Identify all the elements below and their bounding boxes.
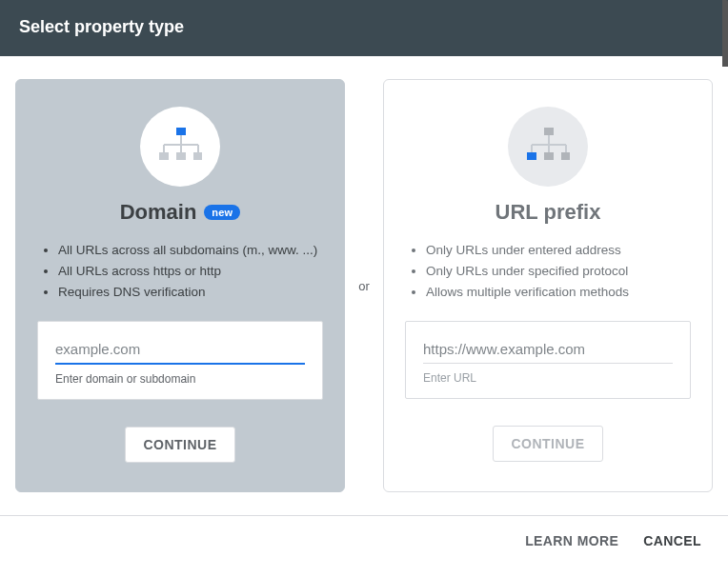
domain-feature-list: All URLs across all subdomains (m., www.… <box>37 240 323 304</box>
svg-rect-7 <box>176 152 186 160</box>
or-divider-text: or <box>358 279 370 293</box>
domain-input-box: Enter domain or subdomain <box>37 321 323 400</box>
url-prefix-input-box: Enter URL <box>405 321 691 399</box>
url-prefix-input-helper: Enter URL <box>423 371 673 385</box>
svg-rect-17 <box>561 152 570 160</box>
or-divider: or <box>345 79 383 492</box>
content-area: Domain new All URLs across all subdomain… <box>0 56 728 515</box>
continue-button-url-prefix[interactable]: CONTINUE <box>493 426 602 462</box>
domain-title-row: Domain new <box>120 200 241 225</box>
property-type-card-domain[interactable]: Domain new All URLs across all subdomain… <box>15 79 345 492</box>
new-badge: new <box>204 205 240 220</box>
sitemap-icon <box>158 126 202 168</box>
list-item: Requires DNS verification <box>58 283 323 303</box>
svg-rect-9 <box>544 128 554 135</box>
learn-more-link[interactable]: LEARN MORE <box>525 533 618 548</box>
domain-input-helper: Enter domain or subdomain <box>55 372 305 386</box>
dialog-title: Select property type <box>19 17 184 36</box>
svg-rect-15 <box>527 152 536 160</box>
svg-rect-8 <box>193 152 202 160</box>
scrollbar-thumb[interactable] <box>722 0 728 67</box>
url-prefix-title-row: URL prefix <box>495 200 601 225</box>
dialog-header: Select property type <box>0 0 728 56</box>
list-item: All URLs across https or http <box>58 262 323 282</box>
property-type-card-url-prefix[interactable]: URL prefix Only URLs under entered addre… <box>383 79 713 492</box>
dialog-footer: LEARN MORE CANCEL <box>0 515 728 566</box>
list-item: All URLs across all subdomains (m., www.… <box>58 241 323 261</box>
url-prefix-input[interactable] <box>423 335 673 364</box>
url-prefix-title: URL prefix <box>495 200 601 225</box>
domain-input[interactable] <box>55 335 305 365</box>
domain-title: Domain <box>120 200 197 225</box>
list-item: Allows multiple verification methods <box>426 283 691 303</box>
url-prefix-feature-list: Only URLs under entered address Only URL… <box>405 240 691 304</box>
sitemap-icon <box>526 126 570 168</box>
svg-rect-16 <box>544 152 554 160</box>
list-item: Only URLs under specified protocol <box>426 262 691 282</box>
svg-rect-6 <box>159 152 169 160</box>
url-prefix-icon-circle <box>508 107 588 187</box>
cancel-button[interactable]: CANCEL <box>643 533 701 548</box>
svg-rect-0 <box>176 128 186 135</box>
domain-icon-circle <box>140 107 220 187</box>
list-item: Only URLs under entered address <box>426 241 691 261</box>
continue-button-domain[interactable]: CONTINUE <box>125 427 234 463</box>
